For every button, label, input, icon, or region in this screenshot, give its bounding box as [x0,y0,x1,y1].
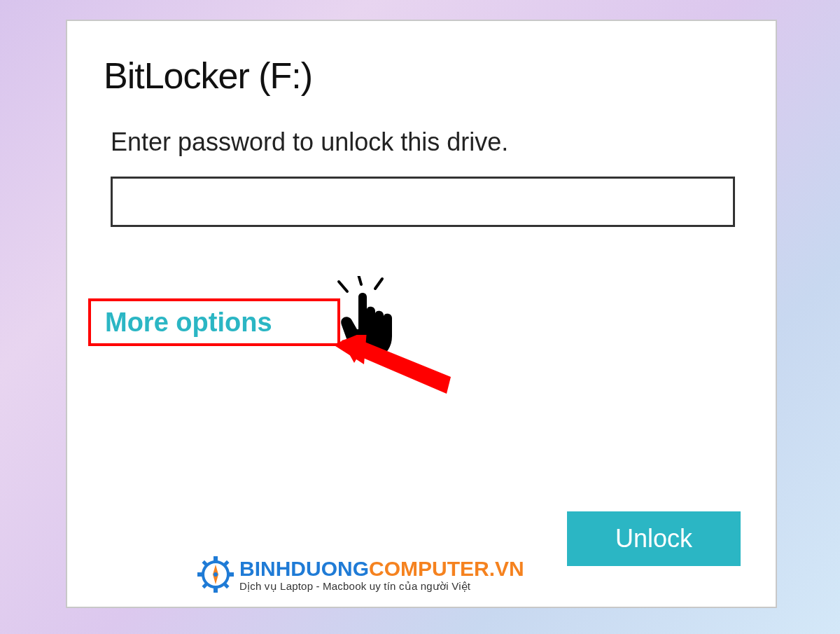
password-input[interactable] [111,177,735,227]
bitlocker-dialog: BitLocker (F:) Enter password to unlock … [66,20,777,608]
svg-line-1 [358,276,361,284]
unlock-button[interactable]: Unlock [567,511,741,566]
svg-line-2 [375,279,382,289]
red-arrow-icon [333,335,459,405]
gear-compass-icon [197,556,234,593]
watermark-brand: BINHDUONGCOMPUTER.VN [239,558,524,579]
instruction-text: Enter password to unlock this drive. [111,128,508,157]
watermark-text: BINHDUONGCOMPUTER.VN Dịch vụ Laptop - Ma… [239,558,524,591]
svg-point-15 [214,572,218,577]
cursor-hand-icon [332,276,423,367]
more-options-highlight: More options [88,298,340,346]
watermark: BINHDUONGCOMPUTER.VN Dịch vụ Laptop - Ma… [197,556,524,593]
svg-line-0 [339,282,347,291]
dialog-title: BitLocker (F:) [104,55,312,97]
more-options-link[interactable]: More options [105,308,272,338]
svg-marker-3 [342,335,451,394]
watermark-tagline: Dịch vụ Laptop - Macbook uy tín của ngườ… [239,581,524,591]
